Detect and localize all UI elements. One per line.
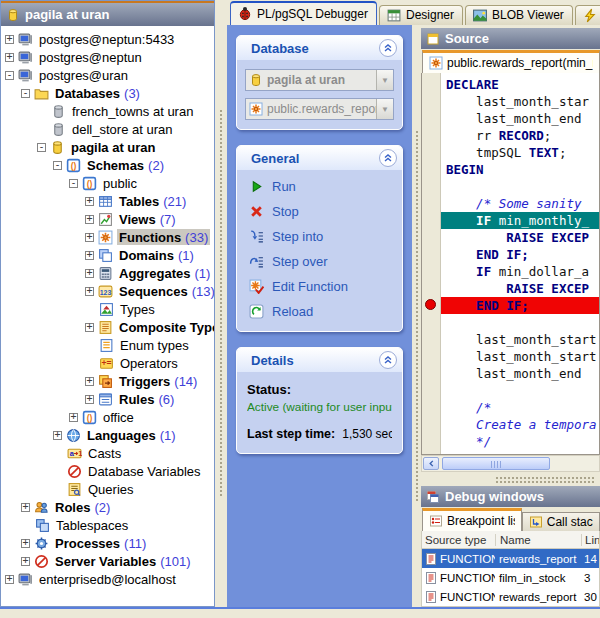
combo-arrow-icon[interactable]: ▼ [376, 99, 393, 119]
tree-item-languages[interactable]: +Languages(1) [1, 426, 214, 444]
combo-arrow-icon[interactable]: ▼ [376, 70, 393, 90]
source-editor[interactable]: DECLARE last_month_star last_month_end r… [421, 73, 600, 455]
vertical-splitter-left[interactable] [215, 0, 227, 607]
scrollbar-thumb[interactable] [442, 457, 550, 470]
tree-item-functions[interactable]: +Functions(33) [1, 228, 214, 246]
tree-item-postgres-neptun[interactable]: +postgres@neptun [1, 48, 214, 66]
collapse-general-button[interactable] [379, 149, 397, 167]
column-header-source-type[interactable]: Source type [422, 534, 495, 546]
breakpoint-marker-icon[interactable] [425, 299, 436, 310]
breakpoint-table[interactable]: FUNCTIONrewards_report14FUNCTIONfilm_in_… [421, 549, 600, 607]
expand-icon[interactable]: + [85, 269, 94, 278]
collapse-details-button[interactable] [379, 351, 397, 369]
vertical-splitter-right[interactable] [412, 25, 421, 607]
tree-item-casts[interactable]: a1Casts [1, 444, 214, 462]
collapse-icon[interactable]: - [37, 143, 46, 152]
server-icon [18, 68, 33, 83]
tree-item-french-towns-at-uran[interactable]: french_towns at uran [1, 102, 214, 120]
expand-icon[interactable]: + [85, 215, 94, 224]
tree-item-databases[interactable]: -Databases(3) [1, 84, 214, 102]
menu-item-reload[interactable]: Reload [241, 299, 398, 324]
tree-item-labelwrap: public [101, 175, 139, 191]
tab-designer[interactable]: Designer [379, 5, 463, 25]
expand-icon[interactable]: + [85, 197, 94, 206]
breakpoint-row-film-in-stock[interactable]: FUNCTIONfilm_in_stock3 [422, 568, 599, 587]
tree-item-enum-types[interactable]: Enum types [1, 336, 214, 354]
tree-item-public[interactable]: -()public [1, 174, 214, 192]
breakpoint-row-rewards-report[interactable]: FUNCTIONrewards_report30 [422, 587, 599, 606]
menu-item-edit-function[interactable]: Edit Function [241, 274, 398, 299]
tree-item-postgres-neptun-5433[interactable]: +postgres@neptun:5433 [1, 30, 214, 48]
editor-gutter[interactable] [422, 73, 441, 454]
tree-item-pagila-at-uran[interactable]: -pagila at uran [1, 138, 214, 156]
collapse-icon[interactable]: - [53, 161, 62, 170]
tree-item-labelwrap: pagila at uran [69, 139, 158, 155]
expand-icon[interactable]: + [5, 575, 14, 584]
expand-icon[interactable]: + [85, 251, 94, 260]
tab-sql-script[interactable]: SQL Script [575, 5, 600, 25]
column-header-line[interactable]: Line [581, 534, 599, 546]
expand-icon[interactable]: + [85, 323, 94, 332]
tree-item-sequences[interactable]: +123Sequences(13) [1, 282, 214, 300]
menu-item-run[interactable]: Run [241, 174, 398, 199]
collapse-icon[interactable]: - [21, 89, 30, 98]
tree-item-server-variables[interactable]: +Server Variables(101) [1, 552, 214, 570]
tree-item-composite-types[interactable]: +Composite Types [1, 318, 214, 336]
column-header-name[interactable]: Name [495, 534, 581, 546]
code-line-14: END IF; [441, 297, 599, 314]
expand-icon[interactable]: + [85, 377, 94, 386]
tree-item-rules[interactable]: +Rules(6) [1, 390, 214, 408]
app-window: pagila at uran +postgres@neptun:5433+pos… [0, 0, 600, 618]
tree-item-types[interactable]: Types [1, 300, 214, 318]
expand-icon[interactable]: + [21, 539, 30, 548]
tree-item-office[interactable]: +()office [1, 408, 214, 426]
blob-viewer-icon [472, 8, 488, 23]
collapse-icon[interactable]: - [69, 179, 78, 188]
tree-item-postgres-uran[interactable]: -postgres@uran [1, 66, 214, 84]
details-section: Details Status: Active (waiting for user… [236, 347, 403, 454]
expand-icon[interactable]: + [85, 233, 94, 242]
svg-text:+=: += [101, 358, 111, 368]
source-code[interactable]: DECLARE last_month_star last_month_end r… [441, 73, 599, 454]
tree-item-queries[interactable]: Queries [1, 480, 214, 498]
expand-icon[interactable]: + [21, 503, 30, 512]
menu-item-step-over[interactable]: Step over [241, 249, 398, 274]
tree-item-roles[interactable]: +Roles(2) [1, 498, 214, 516]
tab-blob-viewer[interactable]: BLOB Viewer [465, 5, 573, 25]
horizontal-splitter[interactable] [421, 472, 600, 486]
horizontal-scrollbar[interactable] [421, 455, 600, 472]
expand-icon[interactable]: + [85, 287, 94, 296]
tab-pl-pgsql-debugger[interactable]: PL/pgSQL Debugger [230, 1, 377, 25]
function-combo[interactable]: public.rewards_report ▼ [245, 98, 394, 120]
expand-icon[interactable]: + [69, 413, 78, 422]
tree-item-operators[interactable]: +=Operators [1, 354, 214, 372]
breakpoint-row-rewards-report[interactable]: FUNCTIONrewards_report14 [422, 549, 599, 568]
tree-item-processes[interactable]: +Processes(11) [1, 534, 214, 552]
tree-item-enterprisedb-localhost[interactable]: +enterprisedb@localhost [1, 570, 214, 588]
expand-icon[interactable]: + [21, 557, 30, 566]
database-combo[interactable]: pagila at uran ▼ [245, 69, 394, 91]
tree-item-tables[interactable]: +Tables(21) [1, 192, 214, 210]
tree-item-views[interactable]: +Views(7) [1, 210, 214, 228]
collapse-database-button[interactable] [379, 39, 397, 57]
object-tree[interactable]: +postgres@neptun:5433+postgres@neptun-po… [1, 26, 214, 604]
expand-icon[interactable]: + [53, 431, 62, 440]
expand-icon[interactable]: + [85, 395, 94, 404]
tree-item-labelwrap: Casts [86, 445, 123, 461]
expand-icon[interactable]: + [5, 53, 14, 62]
tree-item-tablespaces[interactable]: Tablespaces [1, 516, 214, 534]
collapse-icon[interactable]: - [5, 71, 14, 80]
tree-item-database-variables[interactable]: Database Variables [1, 462, 214, 480]
tree-item-dell-store-at-uran[interactable]: dell_store at uran [1, 120, 214, 138]
tab-call-stack[interactable]: Call stack [522, 512, 600, 531]
tree-item-triggers[interactable]: +Triggers(14) [1, 372, 214, 390]
source-function-tab[interactable]: public.rewards_report(min_mont [422, 50, 600, 73]
menu-item-step-into[interactable]: Step into [241, 224, 398, 249]
expand-icon[interactable]: + [5, 35, 14, 44]
tree-item-schemas[interactable]: -()Schemas(2) [1, 156, 214, 174]
menu-item-stop[interactable]: Stop [241, 199, 398, 224]
tree-item-aggregates[interactable]: +Aggregates(1) [1, 264, 214, 282]
scroll-left-button[interactable] [423, 457, 439, 470]
tree-item-domains[interactable]: +Domains(1) [1, 246, 214, 264]
tab-breakpoint-list[interactable]: Breakpoint list [422, 508, 522, 531]
